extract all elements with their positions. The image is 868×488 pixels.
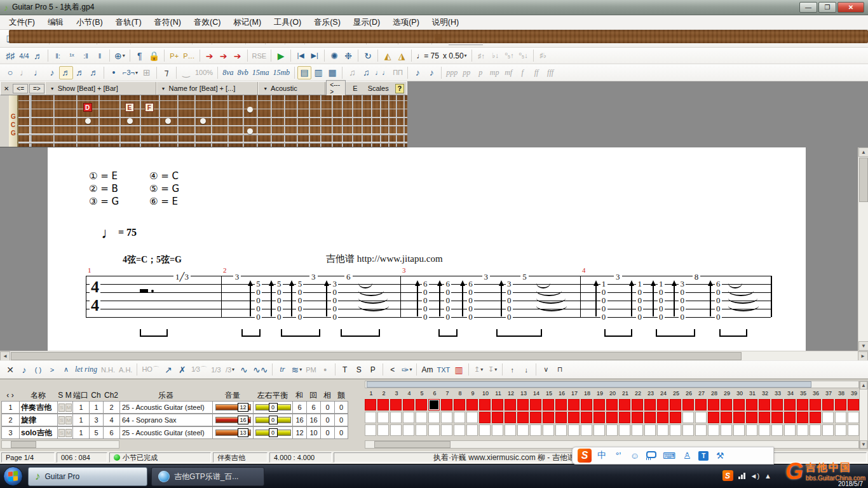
reverb-value[interactable]: 10 bbox=[306, 426, 320, 439]
bar-cell[interactable] bbox=[746, 412, 757, 423]
scroll-thumb[interactable] bbox=[11, 441, 36, 448]
balance-slider[interactable]: 0 bbox=[255, 430, 291, 436]
heavy-accent-button[interactable]: ∧ bbox=[59, 363, 73, 376]
bar-cell[interactable] bbox=[733, 399, 745, 410]
bar-cell[interactable] bbox=[822, 424, 834, 436]
time-signature-button[interactable]: 4/4 bbox=[17, 49, 31, 62]
bar-cell[interactable] bbox=[619, 424, 630, 436]
scroll-left-icon[interactable]: ◄ bbox=[0, 351, 10, 361]
bar-cell[interactable] bbox=[810, 412, 821, 423]
key-signature-button[interactable]: ♯♯ bbox=[3, 49, 17, 62]
track-instrument[interactable]: 64 - Soprano Sax bbox=[119, 414, 212, 426]
scroll-down-icon[interactable]: ▼ bbox=[858, 341, 868, 351]
score-horizontal-scrollbar[interactable]: ◄ ► bbox=[0, 351, 868, 360]
bar-cell[interactable] bbox=[797, 399, 808, 410]
tray-sogou-icon[interactable]: S bbox=[722, 470, 733, 481]
bar-cell[interactable] bbox=[682, 412, 694, 423]
semitone-down-button[interactable]: ♭↓ bbox=[489, 49, 503, 62]
bar-cell[interactable] bbox=[403, 424, 414, 436]
bar-cell[interactable] bbox=[581, 424, 592, 436]
bar-cell[interactable] bbox=[454, 399, 465, 410]
palm-mute-button[interactable]: PM bbox=[304, 363, 318, 376]
directions-button[interactable]: ¶ bbox=[133, 49, 147, 62]
mute-button[interactable]: M bbox=[65, 403, 72, 412]
track-nav-buttons[interactable]: ‹ › bbox=[1, 391, 19, 400]
bar-cell[interactable] bbox=[568, 424, 580, 436]
rse-button[interactable]: RSE bbox=[250, 49, 269, 62]
bar-cell[interactable] bbox=[466, 412, 478, 423]
bar-cell[interactable] bbox=[555, 424, 567, 436]
bar-cell[interactable] bbox=[517, 412, 529, 423]
playback-option-2-button[interactable]: ❉ bbox=[341, 49, 355, 62]
bar-cell[interactable] bbox=[797, 412, 808, 423]
bar-cell[interactable] bbox=[428, 424, 440, 436]
countdown-button[interactable]: ◮ bbox=[395, 49, 409, 62]
bar-cell[interactable] bbox=[517, 424, 529, 436]
dynamic-mp-button[interactable]: mp bbox=[487, 66, 501, 79]
marker-list-button[interactable]: P… bbox=[181, 49, 196, 62]
repeat-open-button[interactable]: ‖: bbox=[51, 49, 65, 62]
natural-harmonic-button[interactable]: N.H. bbox=[99, 363, 117, 376]
bar-cell[interactable] bbox=[543, 412, 554, 423]
bar-cell[interactable] bbox=[784, 399, 796, 410]
dynamic-mf-button[interactable]: mf bbox=[501, 66, 515, 79]
tuplet-feel-button[interactable]: ♬ bbox=[31, 49, 45, 62]
bar-cell[interactable] bbox=[441, 399, 452, 410]
tremolo-value[interactable]: 0 bbox=[334, 401, 348, 414]
menu-item-9[interactable]: 显示(D) bbox=[347, 16, 386, 29]
double-bar-button[interactable]: ‖ bbox=[93, 49, 107, 62]
volume-slider[interactable]: 16 bbox=[215, 417, 251, 423]
ime-skin-button[interactable]: T bbox=[698, 451, 709, 461]
grace-note-button[interactable]: ♪ bbox=[17, 363, 31, 376]
bar-cell[interactable] bbox=[657, 424, 668, 436]
whole-note-button[interactable]: ○ bbox=[3, 66, 17, 79]
stem-flip-button[interactable]: ♪ bbox=[424, 66, 438, 79]
bar-cell[interactable] bbox=[479, 424, 491, 436]
last-bar-button[interactable]: ▶| bbox=[308, 49, 322, 62]
bar-cell[interactable] bbox=[670, 424, 681, 436]
bend-button[interactable]: ↗ bbox=[161, 363, 175, 376]
speed-select[interactable]: x 0.50▾ bbox=[441, 49, 469, 62]
tie-button[interactable]: ‿ bbox=[179, 66, 193, 79]
volume-cell[interactable]: 13 bbox=[212, 426, 253, 439]
bar-cell[interactable] bbox=[441, 424, 452, 436]
bar-cell[interactable] bbox=[848, 399, 859, 410]
hand-down-button[interactable]: ↧▾ bbox=[485, 363, 499, 376]
fade-in-button[interactable]: < bbox=[386, 363, 400, 376]
shift-down-button[interactable]: ↓ bbox=[519, 363, 533, 376]
track-number[interactable]: 3 bbox=[1, 426, 19, 439]
chorus-value[interactable]: 12 bbox=[292, 426, 306, 439]
pickstroke-up-button[interactable]: ⊓ bbox=[553, 363, 567, 376]
bar-cell[interactable] bbox=[632, 424, 643, 436]
bar-cell[interactable] bbox=[632, 399, 643, 410]
rest-button[interactable]: ⁊ bbox=[159, 66, 173, 79]
fretboard-prev-button[interactable]: <= bbox=[13, 84, 28, 93]
bar-cell[interactable] bbox=[632, 412, 643, 423]
bar-cell[interactable] bbox=[759, 412, 770, 423]
bar-cell[interactable] bbox=[466, 424, 478, 436]
beam-auto-button[interactable]: ♫ bbox=[345, 66, 359, 79]
track-number[interactable]: 1 bbox=[1, 401, 19, 414]
bar-cell[interactable] bbox=[682, 424, 694, 436]
bar-cell[interactable] bbox=[644, 399, 656, 410]
bar-cell[interactable] bbox=[377, 412, 389, 423]
menu-item-3[interactable]: 音轨(T) bbox=[109, 16, 148, 29]
bar-cell[interactable] bbox=[721, 412, 732, 423]
quindicesima-15mb-button[interactable]: 15mb bbox=[271, 66, 292, 79]
bar-cell[interactable] bbox=[606, 424, 618, 436]
ottava-8va-button[interactable]: 8va bbox=[220, 66, 235, 79]
ime-keyboard-button[interactable]: ⌨ bbox=[663, 451, 675, 461]
ottava-8vb-button[interactable]: 8vb bbox=[235, 66, 250, 79]
bar-cell[interactable] bbox=[454, 412, 465, 423]
track-instrument[interactable]: 25 - Acoustic Guitar (steel) bbox=[119, 426, 212, 439]
fretboard-instrument-select[interactable]: ▼Acoustic bbox=[258, 82, 325, 95]
ime-person-button[interactable]: ♙ bbox=[682, 451, 692, 461]
bar-grid-vertical-scrollbar[interactable]: ▲ ▼ bbox=[859, 381, 868, 449]
playback-option-1-button[interactable]: ✺ bbox=[327, 49, 341, 62]
first-bar-button[interactable]: |◀ bbox=[294, 49, 308, 62]
close-button[interactable]: ✕ bbox=[837, 2, 864, 13]
menu-item-10[interactable]: 选项(P) bbox=[386, 16, 426, 29]
bar-cell[interactable] bbox=[441, 412, 452, 423]
fretboard-name-select[interactable]: ▼Name for [Beat] + [...] bbox=[156, 82, 259, 95]
bar-cell[interactable] bbox=[568, 399, 580, 410]
